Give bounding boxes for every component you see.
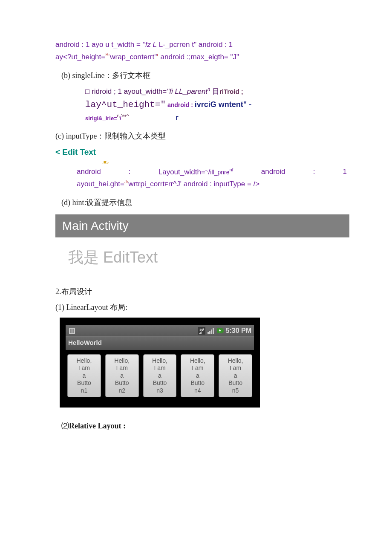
- button-text: a: [182, 372, 213, 380]
- code-line: ay<?ut_height=Brwrap_conterrt"r android …: [55, 51, 349, 62]
- button-text: n2: [107, 387, 138, 395]
- button-5[interactable]: Hello, I am a Butto n5: [219, 354, 252, 398]
- button-text: a: [69, 372, 100, 380]
- network-3g-icon: 3G: [198, 327, 205, 335]
- code-text: ayout_hei.ght=: [77, 180, 124, 188]
- code-text-italic: "fz L: [143, 40, 157, 49]
- button-text: Hello,: [144, 357, 176, 365]
- section-2-1-title: (1) LinearLayout 布局:: [55, 302, 349, 313]
- button-text: Hello,: [107, 357, 138, 365]
- relative-layout-label: Relative Layout :: [69, 422, 126, 430]
- code-text-italic: "fi LL_parent: [167, 87, 208, 95]
- tiny-marker: .■5: [102, 159, 349, 166]
- button-text: n5: [220, 387, 251, 395]
- code-bold: sirigl&_irie=: [85, 115, 117, 121]
- code-text: rr^J': [168, 180, 182, 188]
- svg-rect-6: [209, 331, 210, 334]
- code-text: android : 1: [196, 40, 233, 49]
- button-text: Butto: [144, 379, 176, 387]
- button-text: Butto: [107, 379, 138, 387]
- button-text: Hello,: [69, 357, 100, 365]
- code-line: sirigl&_irie=r,/'er^ r: [85, 112, 349, 124]
- code-text: 1: [343, 166, 347, 177]
- code-superscript: nf: [229, 167, 233, 172]
- button-text: Butto: [69, 379, 100, 387]
- button-text: Hello,: [220, 357, 251, 365]
- code-superscript: Br: [105, 52, 110, 57]
- button-text: Butto: [220, 379, 251, 387]
- phone-screenshot: 3G 5:30 PM HelloWorld Hello, I am a Butt…: [60, 318, 260, 408]
- status-bar-left: [68, 327, 76, 335]
- code-text: android : 1 ayo u t_width =: [55, 40, 143, 49]
- code-text: E: [164, 181, 168, 188]
- svg-rect-10: [223, 330, 224, 332]
- code-bold: android :: [166, 101, 195, 108]
- code-line: android : 1 ayo u t_width = "fz L L-_pcr…: [55, 39, 349, 50]
- edittext-hint: 我是 EditText: [68, 246, 349, 269]
- activity-title-bar: Main Activity: [55, 214, 349, 237]
- code-navy: ivrciG wntent" -: [195, 100, 252, 109]
- enum-marker: ⑵: [61, 422, 69, 430]
- svg-rect-5: [208, 332, 209, 334]
- svg-rect-8: [213, 328, 214, 334]
- button-text: I am: [182, 364, 213, 372]
- code-line: ayout_hei.ght=Jrwrtrpi_corrtErr^J' andro…: [77, 178, 347, 189]
- code-text: :: [313, 166, 315, 177]
- code-text: wrtrpi_corrt: [128, 180, 164, 188]
- document-page: android : 1 ayo u t_width = "fz L L-_pcr…: [0, 0, 392, 555]
- status-bar: 3G 5:30 PM: [66, 325, 254, 336]
- button-text: n3: [144, 387, 176, 395]
- tiny-gold-text: .■5: [102, 159, 109, 165]
- button-text: I am: [69, 364, 100, 372]
- button-text: a: [107, 372, 138, 380]
- button-text: a: [144, 372, 176, 380]
- code-text: L-_pcrren t": [157, 40, 196, 49]
- button-3[interactable]: Hello, I am a Butto n3: [143, 354, 177, 398]
- button-4[interactable]: Hello, I am a Butto n4: [181, 354, 214, 398]
- item-b-label: (b) singleLine：多行文本框: [61, 70, 349, 81]
- code-text: 目: [210, 87, 219, 95]
- code-text: android :;max_eigth= "J": [159, 52, 239, 61]
- button-text: Hello,: [182, 357, 213, 365]
- button-text: I am: [220, 364, 251, 372]
- status-bar-right: 3G 5:30 PM: [198, 326, 251, 336]
- button-text: I am: [144, 364, 176, 372]
- code-block-b: □ ridroid ; 1 ayout_width="fi LL_parentn…: [85, 86, 349, 124]
- section-2-title: 2.布局设计: [55, 286, 349, 298]
- code-text: □ ridroid ; 1 ayout_width=: [85, 87, 167, 95]
- code-text: android : inputType = />: [182, 180, 259, 188]
- code-line: android : Layout_width=-,/ill_pnrenf and…: [77, 166, 347, 177]
- signal-icon: [207, 327, 215, 335]
- code-text: android: [77, 166, 101, 177]
- button-text: I am: [107, 364, 138, 372]
- button-text: a: [220, 372, 251, 380]
- svg-rect-1: [70, 329, 72, 333]
- button-text: Butto: [182, 379, 213, 387]
- button-1[interactable]: Hello, I am a Butto n1: [67, 354, 101, 398]
- button-2[interactable]: Hello, I am a Butto n2: [105, 354, 139, 398]
- code-text: :: [129, 166, 131, 177]
- code-mono: lay^ut_height=": [85, 100, 166, 110]
- status-bar-time: 5:30 PM: [226, 326, 251, 336]
- app-title-bar: HelloWorld: [66, 336, 254, 350]
- code-line: □ ridroid ; 1 ayout_width="fi LL_parentn…: [85, 86, 349, 97]
- code-text: ill_pnre: [210, 169, 229, 176]
- section-2-2-title: ⑵Relative Layout :: [61, 420, 349, 432]
- code-navy: r: [176, 112, 179, 124]
- linear-layout-buttons: Hello, I am a Butto n1 Hello, I am a But…: [66, 350, 254, 399]
- code-text: Layout_width=: [159, 168, 205, 176]
- code-text: ay<?ut_height=: [55, 52, 105, 61]
- code-superscript: -,: [205, 167, 208, 172]
- code-paragraph-1: android : 1 ayo u t_width = "fz L L-_pcr…: [55, 39, 349, 62]
- button-text: n4: [182, 387, 213, 395]
- battery-icon: [216, 327, 224, 335]
- edit-text-tag: < Edit Text: [55, 146, 349, 159]
- code-bold: riTroid ;: [219, 88, 243, 95]
- item-d-label: (d) hint:设置提示信息: [61, 197, 349, 208]
- code-line: lay^ut_height=" android : ivrciG wntent"…: [85, 98, 349, 112]
- code-superscript: 'er^: [121, 113, 129, 118]
- code-text: wrap_conterrt": [110, 52, 157, 61]
- svg-rect-7: [211, 330, 212, 334]
- button-text: n1: [69, 387, 100, 395]
- code-text: android: [261, 166, 285, 177]
